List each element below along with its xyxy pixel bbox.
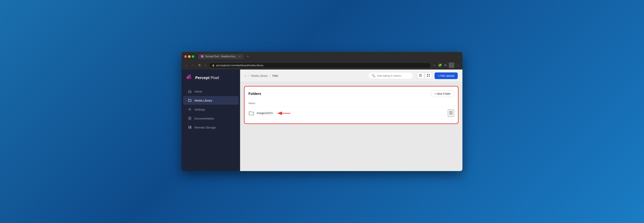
browser-window: Percept Pixel - Realtime Ima... ✕ + ⌄ ← … <box>182 52 462 171</box>
breadcrumb-sep-1: > <box>248 74 250 77</box>
close-window-button[interactable] <box>184 55 187 58</box>
extensions-icon[interactable]: 🧩 <box>438 64 442 67</box>
minimize-window-button[interactable] <box>188 55 190 58</box>
svg-rect-17 <box>429 76 430 77</box>
delete-folder-button[interactable] <box>448 110 454 117</box>
table-row: images2023 <box>248 107 454 119</box>
security-icon: 🔒 <box>212 64 215 67</box>
svg-rect-12 <box>419 75 422 76</box>
sidebar-logo: Percept Pixel <box>182 74 240 87</box>
sidebar-item-settings-label: Settings <box>194 108 205 111</box>
logo-icon <box>186 74 193 81</box>
svg-rect-4 <box>190 77 191 79</box>
profile-avatar[interactable] <box>449 63 454 68</box>
svg-rect-3 <box>188 75 191 77</box>
sidebar-item-documentation-label: Documentation <box>194 117 214 120</box>
breadcrumb-media-library[interactable]: Media Library <box>251 74 268 77</box>
url-text: perceptpixel.com/dashboard/media-library <box>216 64 264 67</box>
sidebar-item-media-library[interactable]: Media Library <box>183 96 238 105</box>
media-library-nav-icon <box>188 98 192 102</box>
back-button[interactable]: ← <box>184 63 189 68</box>
sidebar-item-settings[interactable]: Settings <box>183 105 238 114</box>
folder-icon <box>248 110 254 116</box>
breadcrumb-files: Files <box>272 74 278 77</box>
sidebar-item-home[interactable]: Home <box>183 87 238 96</box>
breadcrumb-sep-2: > <box>269 74 271 77</box>
svg-rect-15 <box>429 74 430 75</box>
traffic-lights <box>184 55 194 58</box>
topbar: ⌂ > Media Library > Files 🔍 <box>240 70 462 82</box>
breadcrumb-home-icon[interactable]: ⌂ <box>245 74 246 77</box>
address-bar[interactable]: 🔒 perceptpixel.com/dashboard/media-libra… <box>209 63 431 68</box>
sidebar-item-remote-storage-label: Remote Storage <box>194 126 216 129</box>
view-toggle <box>417 72 432 79</box>
logo-text: Percept Pixel <box>195 76 219 80</box>
browser-titlebar: Percept Pixel - Realtime Ima... ✕ + ⌄ <box>182 52 462 61</box>
refresh-button[interactable]: ↻ <box>198 63 202 68</box>
split-view-icon[interactable]: ⧉ <box>444 64 446 67</box>
sidebar-item-home-label: Home <box>194 90 202 93</box>
main-content: ⌂ > Media Library > Files 🔍 <box>240 70 462 171</box>
sidebar-item-documentation[interactable]: Documentation <box>183 114 238 123</box>
file-upload-button[interactable]: + File Upload <box>434 72 458 79</box>
list-view-button[interactable] <box>417 72 424 79</box>
documentation-nav-icon <box>188 116 192 120</box>
svg-point-9 <box>190 127 191 127</box>
svg-rect-0 <box>202 56 202 56</box>
folders-header: Folders + New Folder <box>248 90 454 97</box>
expand-button[interactable]: ⌄ <box>458 55 460 58</box>
home-button[interactable]: ⌂ <box>204 63 207 68</box>
svg-rect-16 <box>427 76 428 77</box>
breadcrumb: ⌂ > Media Library > Files <box>245 74 364 77</box>
new-folder-button[interactable]: + New Folder <box>431 90 454 97</box>
grid-view-button[interactable] <box>425 72 432 79</box>
svg-point-10 <box>190 128 191 128</box>
tab-close-button[interactable]: ✕ <box>238 55 241 58</box>
nav-actions: ☆ 🧩 ⧉ ⋮ <box>433 63 460 68</box>
browser-chrome: Percept Pixel - Realtime Ima... ✕ + ⌄ ← … <box>182 52 462 70</box>
svg-point-5 <box>189 109 190 110</box>
folders-title: Folders <box>248 92 261 96</box>
folders-panel: Folders + New Folder Name images2023 <box>244 86 458 124</box>
search-input[interactable] <box>377 74 410 77</box>
table-column-name: Name <box>248 100 454 106</box>
bookmark-icon[interactable]: ☆ <box>433 64 436 67</box>
tab-title: Percept Pixel - Realtime Ima... <box>205 55 237 58</box>
app-layout: Percept Pixel Home <box>182 70 462 171</box>
browser-navbar: ← → ↻ ⌂ 🔒 perceptpixel.com/dashboard/med… <box>182 61 462 70</box>
sidebar: Percept Pixel Home <box>182 70 240 171</box>
sidebar-navigation: Home Media Library <box>182 87 240 132</box>
sidebar-item-remote-storage[interactable]: Remote Storage <box>183 123 238 132</box>
browser-tab[interactable]: Percept Pixel - Realtime Ima... ✕ <box>198 54 244 59</box>
sidebar-item-media-library-label: Media Library <box>194 99 212 102</box>
folder-name[interactable]: images2023 <box>257 111 448 116</box>
svg-rect-14 <box>427 74 428 75</box>
annotation-arrow <box>276 111 292 116</box>
forward-button[interactable]: → <box>191 63 196 68</box>
svg-rect-1 <box>202 56 203 57</box>
svg-rect-13 <box>419 76 422 77</box>
tab-favicon-icon <box>201 55 204 58</box>
home-nav-icon <box>188 89 192 93</box>
search-icon: 🔍 <box>372 74 376 78</box>
content-area: Folders + New Folder Name images2023 <box>240 82 462 171</box>
new-tab-button[interactable]: + <box>247 55 249 58</box>
settings-nav-icon <box>188 107 192 111</box>
remote-storage-nav-icon <box>188 125 192 129</box>
search-bar[interactable]: 🔍 <box>368 72 413 79</box>
fullscreen-window-button[interactable] <box>192 55 194 58</box>
svg-rect-11 <box>419 74 422 75</box>
menu-icon[interactable]: ⋮ <box>456 64 460 67</box>
